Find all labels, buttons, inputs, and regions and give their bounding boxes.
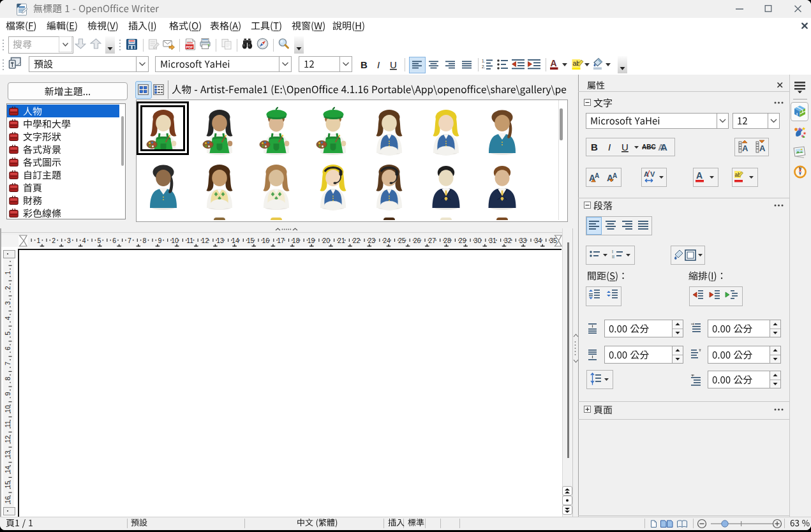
svg-text:12: 12 — [202, 237, 209, 244]
svg-text:28: 28 — [443, 237, 451, 244]
svg-text:22: 22 — [353, 237, 361, 244]
svg-text:U: U — [621, 142, 629, 152]
svg-text:23: 23 — [368, 237, 375, 244]
svg-text:12: 12 — [4, 436, 11, 443]
svg-text:10: 10 — [4, 405, 11, 413]
svg-text:35: 35 — [549, 237, 557, 244]
svg-text:8: 8 — [4, 377, 11, 381]
svg-text:30: 30 — [474, 237, 482, 244]
svg-text:1: 1 — [37, 237, 41, 244]
svg-text:9: 9 — [158, 237, 161, 244]
svg-text:1: 1 — [4, 271, 11, 275]
svg-text:27: 27 — [428, 237, 436, 244]
svg-text:3: 3 — [4, 301, 11, 305]
svg-text:21: 21 — [338, 237, 345, 244]
svg-text:24: 24 — [383, 237, 391, 244]
svg-text:A: A — [660, 142, 667, 152]
svg-text:15: 15 — [247, 237, 255, 244]
svg-text:A: A — [759, 144, 766, 153]
svg-text:4: 4 — [4, 316, 11, 320]
svg-text:7: 7 — [4, 362, 11, 366]
svg-text:5: 5 — [97, 237, 101, 244]
svg-text:16: 16 — [262, 237, 269, 244]
svg-text:6: 6 — [112, 237, 116, 244]
svg-text:26: 26 — [413, 237, 421, 244]
svg-text:A: A — [595, 172, 599, 179]
svg-text:A: A — [742, 144, 748, 153]
svg-text:25: 25 — [398, 237, 406, 244]
svg-text:U: U — [390, 59, 397, 70]
svg-text:A: A — [551, 58, 557, 68]
svg-text:11: 11 — [186, 237, 193, 244]
svg-text:14: 14 — [4, 466, 11, 473]
svg-text:2: 2 — [52, 237, 56, 244]
svg-text:B: B — [361, 59, 368, 70]
svg-text:2: 2 — [4, 286, 11, 290]
svg-text:20: 20 — [322, 237, 330, 244]
svg-text:10: 10 — [171, 237, 179, 244]
svg-text:15: 15 — [4, 481, 11, 489]
svg-text:4: 4 — [82, 237, 86, 244]
svg-text:6: 6 — [4, 346, 11, 350]
svg-text:5: 5 — [4, 331, 11, 335]
svg-text:14: 14 — [232, 237, 239, 244]
svg-text:2.: 2. — [482, 64, 486, 69]
svg-text:PDF: PDF — [186, 45, 193, 49]
svg-text:19: 19 — [308, 237, 315, 244]
svg-text:3: 3 — [67, 237, 71, 244]
svg-text:13: 13 — [216, 237, 224, 244]
svg-text:I: I — [377, 59, 380, 70]
svg-text:9: 9 — [4, 392, 11, 395]
svg-text:1.: 1. — [482, 59, 486, 63]
svg-text:33: 33 — [519, 237, 527, 244]
svg-text:I: I — [612, 249, 613, 254]
svg-text:34: 34 — [534, 237, 542, 244]
svg-text:11: 11 — [4, 420, 11, 427]
svg-text:29: 29 — [459, 237, 466, 244]
svg-text:18: 18 — [292, 237, 300, 244]
svg-text:V: V — [650, 170, 655, 178]
svg-text:17: 17 — [277, 237, 285, 244]
svg-text:32: 32 — [504, 237, 512, 244]
svg-text:I: I — [608, 142, 611, 152]
svg-text:31: 31 — [489, 237, 496, 244]
svg-text:B: B — [591, 142, 598, 152]
svg-text:8: 8 — [143, 237, 147, 244]
svg-text:16: 16 — [4, 496, 11, 503]
svg-text:A: A — [696, 170, 703, 181]
svg-text:ABC: ABC — [642, 144, 656, 151]
svg-text:13: 13 — [4, 450, 11, 458]
svg-text:7: 7 — [128, 237, 131, 244]
svg-text:A: A — [613, 172, 617, 179]
svg-text:II: II — [612, 255, 614, 259]
